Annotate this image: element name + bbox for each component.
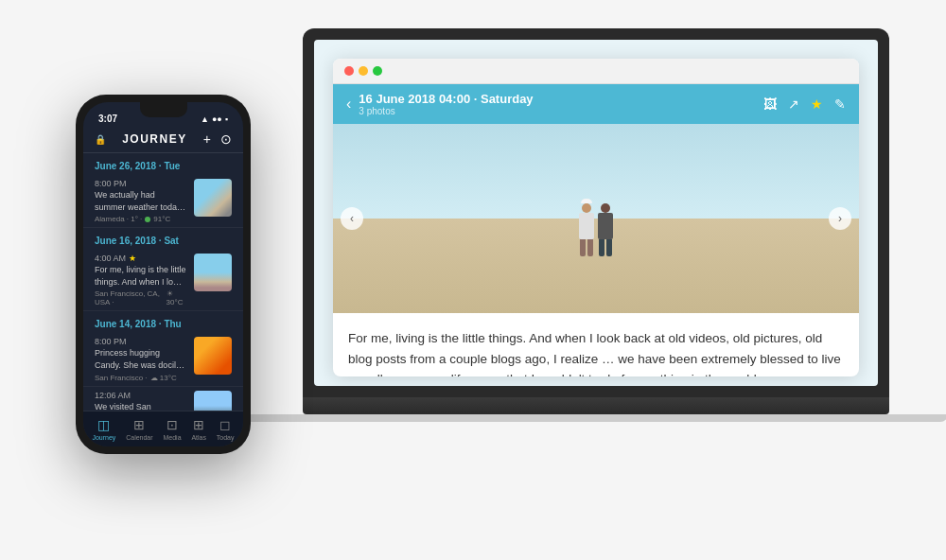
signal-icon: ▲ bbox=[201, 114, 209, 124]
list-item[interactable]: 8:00 PM Princess hugging Candy. She was … bbox=[83, 333, 243, 386]
thumb-image bbox=[194, 254, 232, 291]
settings-icon[interactable]: ⊙ bbox=[220, 131, 232, 147]
journey-nav-label: Journey bbox=[92, 434, 115, 441]
calendar-nav-icon: ⊞ bbox=[133, 417, 145, 432]
photos-count: 3 photos bbox=[359, 106, 533, 116]
entry-thumbnail bbox=[194, 179, 232, 217]
wifi-icon: ●● bbox=[212, 114, 222, 124]
entry-time: 8:00 PM bbox=[95, 179, 186, 188]
phone-time: 3:07 bbox=[98, 114, 117, 124]
phone-bottom-nav: ◫ Journey ⊞ Calendar ⊡ Media ⊞ Atlas ◻ bbox=[83, 411, 243, 446]
entry-time: 8:00 PM bbox=[95, 337, 186, 346]
header-left: ‹ 16 June 2018 04:00 · Saturday 3 photos bbox=[346, 92, 534, 116]
entry-preview: Princess hugging Candy. She was docile a… bbox=[95, 347, 186, 371]
journal-content: For me, living is the little things. And… bbox=[333, 313, 859, 376]
entry-meta: Alameda · 1° · 91°C bbox=[95, 215, 186, 223]
atlas-nav-icon: ⊞ bbox=[193, 417, 204, 432]
battery-icon: ▪ bbox=[225, 114, 228, 124]
fullscreen-button[interactable] bbox=[373, 66, 382, 76]
location-text: Alameda · 1° · bbox=[95, 215, 142, 223]
entry-meta: San Francisco · ☁ 13°C bbox=[95, 374, 186, 382]
leg-1a bbox=[580, 239, 586, 256]
thumb-image bbox=[194, 391, 232, 411]
date-header-june26: June 26, 2018 · Tue bbox=[83, 153, 243, 175]
entry-preview: For me, living is the little things. And… bbox=[95, 264, 186, 288]
phone-journal-list: June 26, 2018 · Tue 8:00 PM We actually … bbox=[83, 153, 243, 411]
back-button[interactable]: ‹ bbox=[346, 96, 351, 113]
share-icon[interactable]: ↗ bbox=[788, 96, 799, 112]
scene: ‹ 16 June 2018 04:00 · Saturday 3 photos… bbox=[0, 0, 946, 560]
edit-icon[interactable]: ✎ bbox=[834, 96, 846, 112]
list-item[interactable]: 12:06 AM We visited San Francisco last y… bbox=[83, 387, 243, 411]
leg-1b bbox=[587, 239, 593, 256]
phone: 3:07 ▲ ●● ▪ 🔒 JOURNEY + ⊙ June 26, 2 bbox=[76, 95, 251, 454]
laptop-screen: ‹ 16 June 2018 04:00 · Saturday 3 photos… bbox=[314, 40, 878, 386]
atlas-nav-label: Atlas bbox=[191, 434, 206, 441]
carousel-next-button[interactable]: › bbox=[829, 207, 851, 230]
entry-text-col: 8:00 PM We actually had summer weather t… bbox=[95, 179, 186, 223]
entry-time: 12:06 AM bbox=[95, 391, 186, 400]
lock-icon: 🔒 bbox=[95, 134, 106, 145]
nav-item-today[interactable]: ◻ Today bbox=[217, 417, 235, 441]
entry-thumbnail bbox=[194, 391, 232, 411]
location-text: San Francisco · bbox=[95, 374, 148, 382]
laptop-base bbox=[303, 397, 889, 414]
entry-text-col: 4:00 AM ★ For me, living is the little t… bbox=[95, 254, 186, 306]
entry-time: 4:00 AM ★ bbox=[95, 254, 186, 263]
header-right: 🖼 ↗ ★ ✎ bbox=[763, 96, 846, 112]
figure-1 bbox=[579, 199, 594, 256]
phone-screen: 3:07 ▲ ●● ▪ 🔒 JOURNEY + ⊙ June 26, 2 bbox=[83, 102, 243, 446]
leg-2b bbox=[606, 239, 612, 256]
temp-text: 91°C bbox=[153, 215, 170, 223]
head-2 bbox=[601, 203, 610, 213]
nav-item-atlas[interactable]: ⊞ Atlas bbox=[191, 417, 206, 441]
entry-preview: We visited San Francisco last year, but … bbox=[95, 401, 186, 411]
starred-icon: ★ bbox=[129, 254, 136, 263]
add-entry-icon[interactable]: + bbox=[203, 131, 211, 147]
phone-status-icons: ▲ ●● ▪ bbox=[201, 114, 228, 124]
phone-nav-action-icons: + ⊙ bbox=[203, 131, 232, 147]
leg-2a bbox=[599, 239, 604, 256]
today-nav-icon: ◻ bbox=[219, 417, 231, 432]
media-nav-label: Media bbox=[163, 434, 181, 441]
temp-text: ☁ 13°C bbox=[150, 374, 177, 382]
laptop-body: ‹ 16 June 2018 04:00 · Saturday 3 photos… bbox=[303, 28, 889, 397]
list-item[interactable]: 4:00 AM ★ For me, living is the little t… bbox=[83, 250, 243, 311]
figure-2 bbox=[598, 199, 613, 256]
window-app-header: ‹ 16 June 2018 04:00 · Saturday 3 photos… bbox=[333, 84, 859, 124]
nav-item-calendar[interactable]: ⊞ Calendar bbox=[126, 417, 152, 441]
carousel-prev-button[interactable]: ‹ bbox=[341, 207, 363, 230]
entry-thumbnail bbox=[194, 337, 232, 375]
calendar-nav-label: Calendar bbox=[126, 434, 152, 441]
head-1 bbox=[582, 203, 591, 213]
media-nav-icon: ⊡ bbox=[166, 417, 178, 432]
phone-app-title: JOURNEY bbox=[122, 132, 187, 146]
journal-body-text: For me, living is the little things. And… bbox=[348, 328, 844, 376]
close-button[interactable] bbox=[344, 66, 354, 76]
laptop: ‹ 16 June 2018 04:00 · Saturday 3 photos… bbox=[303, 28, 889, 435]
today-nav-label: Today bbox=[217, 434, 235, 441]
nav-item-journey[interactable]: ◫ Journey bbox=[92, 417, 115, 441]
date-header-june14: June 14, 2018 · Thu bbox=[83, 311, 243, 333]
legs-2 bbox=[599, 239, 612, 256]
phone-nav-bar: 🔒 JOURNEY + ⊙ bbox=[83, 128, 243, 153]
photo-icon[interactable]: 🖼 bbox=[763, 96, 777, 112]
list-item[interactable]: 8:00 PM We actually had summer weather t… bbox=[83, 175, 243, 228]
location-text: San Francisco, CA, USA · bbox=[95, 289, 164, 306]
entry-thumbnail bbox=[194, 254, 232, 291]
favorite-star-icon[interactable]: ★ bbox=[811, 96, 823, 112]
journey-nav-icon: ◫ bbox=[97, 417, 110, 432]
entry-text-col: 12:06 AM We visited San Francisco last y… bbox=[95, 391, 186, 411]
weather-indicator bbox=[145, 217, 150, 222]
entry-date: 16 June 2018 04:00 · Saturday bbox=[359, 92, 533, 106]
entry-preview: We actually had summer weather today! We… bbox=[95, 189, 186, 213]
traffic-lights bbox=[344, 66, 382, 76]
body-2 bbox=[598, 213, 613, 239]
minimize-button[interactable] bbox=[359, 66, 368, 76]
entry-meta: San Francisco, CA, USA · ☀ 30°C bbox=[95, 289, 186, 306]
entry-text-col: 8:00 PM Princess hugging Candy. She was … bbox=[95, 337, 186, 381]
thumb-image bbox=[194, 337, 232, 375]
window-titlebar bbox=[333, 59, 859, 84]
header-date-info: 16 June 2018 04:00 · Saturday 3 photos bbox=[359, 92, 533, 116]
nav-item-media[interactable]: ⊡ Media bbox=[163, 417, 181, 441]
